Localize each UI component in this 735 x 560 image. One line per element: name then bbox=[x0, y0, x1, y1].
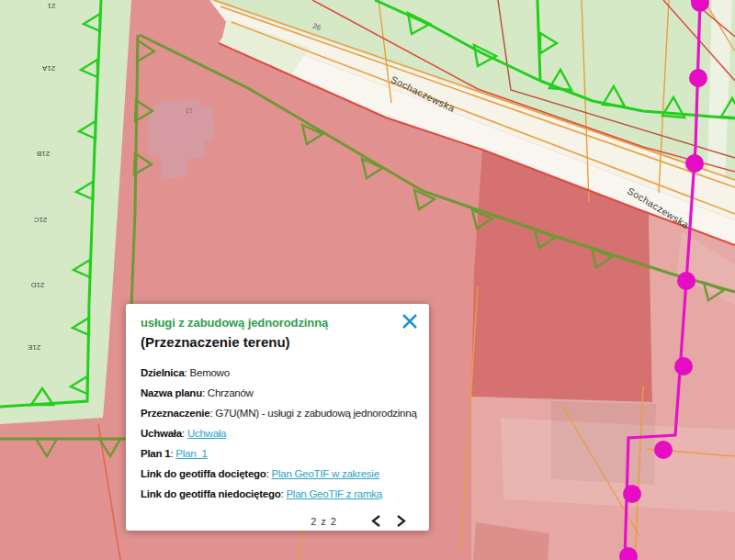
parcel-label: 21C bbox=[33, 216, 47, 224]
utility-node-dot bbox=[674, 357, 693, 375]
field-geotif-docietego: Link do geotiffa dociętego:Plan GeoTIF w… bbox=[141, 464, 414, 484]
field-przeznaczenie: Przeznaczenie:G7U(MN) - usługi z zabudow… bbox=[141, 403, 414, 423]
feature-popup: usługi z zabudową jednorodzinną (Przezna… bbox=[126, 304, 429, 531]
popup-pagination: 2 z 2 bbox=[141, 512, 414, 530]
page-count: 2 z 2 bbox=[311, 516, 337, 527]
map-application: 21 21A 21B 21C 21D 21E 26 13 Sochaczewsk… bbox=[0, 0, 735, 560]
geotif-zakres-link[interactable]: Plan GeoTIF w zakresie bbox=[272, 468, 379, 479]
building-label: 13 bbox=[186, 107, 193, 114]
field-nazwa-planu: Nazwa planu:Chrzanów bbox=[141, 383, 414, 403]
plan-1-link[interactable]: Plan_1 bbox=[175, 448, 207, 459]
utility-node-dot bbox=[623, 485, 641, 503]
geotif-ramka-link[interactable]: Plan GeoTIF z ramką bbox=[286, 488, 382, 499]
parcel-label: 21D bbox=[30, 281, 44, 289]
next-page-button[interactable] bbox=[393, 512, 409, 530]
parcel-label: 21A bbox=[41, 64, 55, 73]
field-dzielnica: Dzielnica:Bemowo bbox=[141, 363, 414, 383]
close-icon bbox=[400, 311, 420, 331]
parcel-label: 21E bbox=[28, 343, 40, 352]
popup-title: usługi z zabudową jednorodzinną bbox=[141, 316, 414, 330]
field-plan-1: Plan 1:Plan_1 bbox=[141, 443, 414, 464]
uchwala-link[interactable]: Uchwała bbox=[187, 428, 226, 439]
close-button[interactable] bbox=[399, 310, 421, 332]
parcel-label: 21B bbox=[37, 150, 50, 158]
field-geotif-niedocietego: Link do geotiffa niedociętego:Plan GeoTI… bbox=[141, 484, 414, 504]
field-uchwala: Uchwała:Uchwała bbox=[141, 423, 414, 443]
chevron-left-icon bbox=[370, 514, 382, 528]
utility-node-dot bbox=[685, 154, 704, 173]
chevron-right-icon bbox=[395, 514, 407, 528]
popup-subtitle: (Przeznaczenie terenu) bbox=[141, 334, 414, 350]
parcel-label: 21 bbox=[47, 2, 55, 10]
utility-node-dot bbox=[654, 441, 673, 459]
utility-node-dot bbox=[689, 69, 707, 87]
popup-fields: Dzielnica:Bemowo Nazwa planu:Chrzanów Pr… bbox=[141, 363, 414, 504]
utility-node-dot bbox=[677, 272, 695, 290]
prev-page-button[interactable] bbox=[368, 512, 384, 530]
